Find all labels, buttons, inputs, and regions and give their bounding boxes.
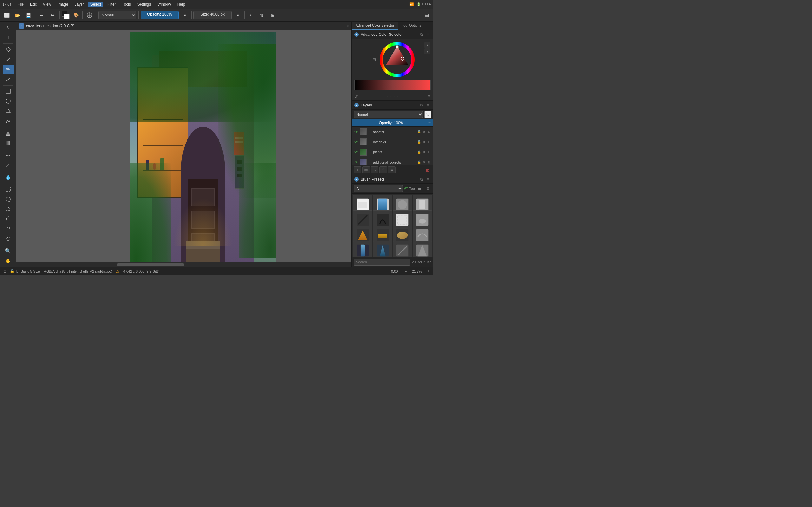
new-document-btn[interactable]: ⬜ xyxy=(2,11,11,20)
layer-expand-overlays[interactable] xyxy=(368,140,372,144)
color-refresh-btn[interactable]: ↺ xyxy=(354,94,358,99)
color-expand-btn[interactable]: ⊞ xyxy=(427,95,431,99)
brush-search-input[interactable] xyxy=(354,259,410,266)
layer-vis-overlays[interactable]: 👁 xyxy=(354,139,359,145)
tab-advanced-color-selector[interactable]: Advanced Color Selector xyxy=(352,21,398,30)
canvas-content[interactable]: wothy xyxy=(16,31,351,262)
layer-delete-btn[interactable]: 🗑 xyxy=(424,166,432,173)
workspace-btn[interactable]: ▤ xyxy=(422,11,432,20)
brush-preset-btn[interactable] xyxy=(85,11,94,20)
freehand-select-btn[interactable] xyxy=(3,45,14,54)
layer-item-plants[interactable]: 👁 plants 🔒 α ⊞ xyxy=(352,147,433,157)
foreground-color-swatch[interactable] xyxy=(61,11,70,19)
brush-tag-select[interactable]: All xyxy=(354,185,403,192)
menu-view[interactable]: View xyxy=(41,2,54,7)
layer-expand-plants[interactable] xyxy=(368,150,372,154)
freehand-select-btn2[interactable] xyxy=(3,215,14,224)
select-tool-btn[interactable]: ↖ xyxy=(3,23,14,32)
layers-opacity-label[interactable]: Opacity: 100% xyxy=(354,121,428,125)
mirror-h-btn[interactable]: ⇆ xyxy=(247,11,256,20)
brush-view-list-btn[interactable]: ☰ xyxy=(416,185,423,192)
line-tool-btn[interactable] xyxy=(3,55,14,64)
rect-select-btn[interactable] xyxy=(3,185,14,194)
color-settings-btn[interactable]: 🎨 xyxy=(71,11,81,20)
brush-presets-detach-btn[interactable]: ⧉ xyxy=(419,176,424,182)
redo-btn[interactable]: ↪ xyxy=(48,11,57,20)
menu-image[interactable]: Image xyxy=(55,2,70,7)
layers-detach-btn[interactable]: ⧉ xyxy=(419,102,424,108)
layer-expand-additional-objects[interactable] xyxy=(368,160,372,164)
gradient-tool-btn[interactable] xyxy=(3,138,14,148)
brush-item-13[interactable] xyxy=(353,241,372,257)
color-wheel-ctrl-1[interactable]: ▲ xyxy=(424,42,430,48)
color-wheel-ctrl-2[interactable]: ▼ xyxy=(424,49,430,54)
color-gradient-bar[interactable] xyxy=(354,80,431,90)
undo-btn[interactable]: ↩ xyxy=(37,11,47,20)
color-selector-close-btn[interactable]: × xyxy=(425,32,431,38)
blend-mode-select[interactable]: Normal xyxy=(98,11,136,19)
rect-tool-btn[interactable] xyxy=(3,87,14,96)
menu-tools[interactable]: Tools xyxy=(119,2,134,7)
menu-edit[interactable]: Edit xyxy=(28,2,39,7)
layer-vis-plants[interactable]: 👁 xyxy=(354,150,359,155)
brush-item-14[interactable] xyxy=(373,241,392,257)
menu-settings[interactable]: Settings xyxy=(135,2,154,7)
status-snap-icon[interactable]: ⊡ xyxy=(3,269,8,274)
text-tool-btn[interactable]: T xyxy=(3,33,14,42)
layer-vis-additional-objects[interactable]: 👁 xyxy=(354,160,359,165)
status-lock-icon[interactable]: 🔒 xyxy=(9,269,14,274)
zoom-tool-btn[interactable]: 🔍 xyxy=(3,246,14,256)
tab-tool-options[interactable]: Tool Options xyxy=(398,21,425,30)
brush-item-16[interactable] xyxy=(413,241,432,257)
ellipse-tool-btn[interactable] xyxy=(3,97,14,106)
menu-window[interactable]: Window xyxy=(155,2,173,7)
contiguous-select-btn[interactable] xyxy=(3,224,14,233)
color-wheel[interactable] xyxy=(380,42,415,77)
brush-presets-close-btn[interactable]: × xyxy=(425,176,431,182)
similar-select-btn[interactable] xyxy=(3,234,14,243)
layer-move-up-btn[interactable]: ⌃ xyxy=(379,166,387,173)
menu-layer[interactable]: Layer xyxy=(72,2,87,7)
fill-tool-btn[interactable] xyxy=(3,129,14,138)
transform-tool-btn[interactable]: ⊹ xyxy=(3,151,14,160)
layer-vis-scooter[interactable]: 👁 xyxy=(354,129,359,134)
layers-close-btn[interactable]: × xyxy=(425,102,431,108)
layer-copy-btn[interactable]: ⧉ xyxy=(362,166,370,173)
color-picker-btn[interactable]: 💧 xyxy=(3,173,14,182)
save-file-btn[interactable]: 💾 xyxy=(23,11,33,20)
color-selector-detach-btn[interactable]: ⧉ xyxy=(419,32,424,38)
color-type-btn[interactable]: ⊟ xyxy=(371,56,378,63)
layers-blend-select[interactable]: Normal xyxy=(354,111,423,118)
brush-view-grid-btn[interactable]: ⊞ xyxy=(424,185,432,192)
size-expand-btn[interactable]: ▾ xyxy=(233,11,242,20)
opacity-expand-btn[interactable]: ▾ xyxy=(180,11,189,20)
layer-item-scooter[interactable]: 👁 › scooter 🔒 α ⊞ xyxy=(352,127,433,137)
menu-filter[interactable]: Filter xyxy=(105,2,118,7)
wrap-btn[interactable]: ⊞ xyxy=(268,11,277,20)
pan-tool-btn[interactable]: ✋ xyxy=(3,257,14,266)
layer-expand-scooter[interactable]: › xyxy=(368,130,372,134)
mirror-v-btn[interactable]: ⇅ xyxy=(257,11,267,20)
brush-item-15[interactable] xyxy=(393,241,412,257)
brush-size-display[interactable]: Size: 40.00 px xyxy=(194,11,232,19)
status-zoom-out-btn[interactable]: − xyxy=(403,269,408,274)
open-file-btn[interactable]: 📂 xyxy=(13,11,22,20)
poly-select-btn[interactable] xyxy=(3,205,14,214)
opacity-display[interactable]: Opacity: 100% xyxy=(141,11,179,19)
layer-item-additional-objects[interactable]: 👁 additional_objects 🔒 α ⊞ xyxy=(352,157,433,165)
menu-help[interactable]: Help xyxy=(175,2,188,7)
canvas-scrollbar-handle-h[interactable] xyxy=(117,263,184,266)
measure-tool-btn[interactable] xyxy=(3,160,14,170)
status-zoom-in-btn[interactable]: + xyxy=(426,269,431,274)
layer-merge-down-btn[interactable]: ⌄ xyxy=(371,166,378,173)
brush-tool-btn[interactable]: ✏ xyxy=(3,65,14,74)
canvas-scrollbar-h[interactable] xyxy=(16,262,351,267)
menu-select[interactable]: Select xyxy=(88,2,103,7)
canvas-tab-title[interactable]: cozy_tenement.kra (2.9 GiB) xyxy=(26,24,74,28)
layer-add-btn[interactable]: + xyxy=(354,166,361,173)
ellipse-select-btn[interactable] xyxy=(3,194,14,204)
pencil-tool-btn[interactable] xyxy=(3,74,14,83)
layer-item-overlays[interactable]: 👁 overlays 🔒 α ⊞ xyxy=(352,137,433,147)
polygon-tool-btn[interactable] xyxy=(3,107,14,116)
menu-file[interactable]: File xyxy=(15,2,26,7)
